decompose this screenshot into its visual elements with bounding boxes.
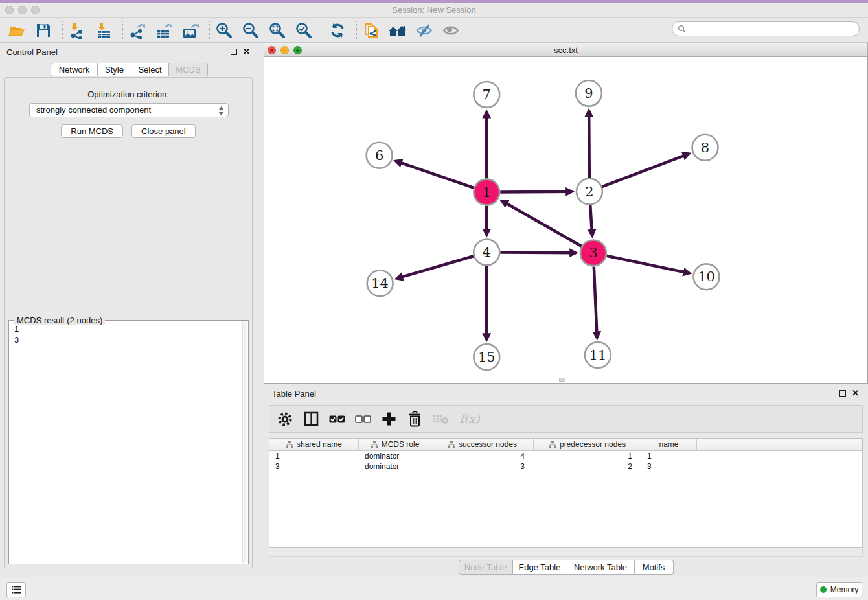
node-15[interactable]: 15 bbox=[474, 344, 499, 370]
run-mcds-button[interactable]: Run MCDS bbox=[61, 124, 123, 138]
optimization-criterion-select[interactable]: strongly connected component bbox=[29, 103, 229, 117]
cell[interactable]: 4 bbox=[431, 451, 534, 461]
column-label: shared name bbox=[297, 440, 342, 449]
canvas-resize-grip[interactable] bbox=[559, 378, 565, 382]
node-2[interactable]: 2 bbox=[577, 179, 602, 205]
memory-button[interactable]: Memory bbox=[816, 582, 862, 597]
edge-1-6[interactable] bbox=[396, 161, 474, 187]
edge-3-10[interactable] bbox=[606, 256, 689, 273]
import-table-icon bbox=[95, 22, 112, 39]
column-header-name[interactable]: name bbox=[641, 439, 697, 450]
export-table-button[interactable] bbox=[155, 21, 173, 40]
export-table-icon bbox=[155, 22, 173, 39]
application-window: Session: New Session Control Panel ✕ Net… bbox=[0, 0, 868, 600]
svg-text:3: 3 bbox=[589, 245, 597, 260]
table-hscrollbar[interactable] bbox=[269, 548, 863, 557]
edge-2-3[interactable] bbox=[590, 205, 592, 236]
show-columns-button[interactable] bbox=[303, 411, 319, 427]
node-7[interactable]: 7 bbox=[474, 82, 499, 108]
show-all-networks-button[interactable] bbox=[389, 21, 407, 40]
network-canvas[interactable]: 7968124314101511 bbox=[264, 57, 867, 383]
cell[interactable]: 3 bbox=[269, 461, 359, 472]
mcds-panel: Optimization criterion: strongly connect… bbox=[4, 77, 253, 568]
open-file-button[interactable] bbox=[8, 21, 26, 40]
cell[interactable]: 1 bbox=[641, 451, 697, 461]
column-label: successor nodes bbox=[459, 440, 517, 449]
node-3[interactable]: 3 bbox=[580, 240, 606, 266]
column-header-MCDS-role[interactable]: MCDS role bbox=[359, 439, 431, 450]
search-input[interactable] bbox=[686, 23, 859, 35]
node-9[interactable]: 9 bbox=[576, 80, 602, 106]
cell[interactable]: 3 bbox=[431, 461, 534, 472]
import-table-button[interactable] bbox=[95, 21, 113, 40]
node-6[interactable]: 6 bbox=[367, 143, 393, 168]
export-network-button[interactable] bbox=[128, 21, 146, 40]
tab-node-table[interactable]: Node Table bbox=[459, 560, 513, 575]
cell[interactable]: dominator bbox=[359, 451, 431, 461]
apply-layout-button[interactable] bbox=[328, 21, 347, 40]
search-field[interactable] bbox=[672, 21, 860, 36]
zoom-out-button[interactable] bbox=[242, 21, 260, 40]
node-14[interactable]: 14 bbox=[367, 270, 393, 296]
refresh-icon bbox=[329, 22, 346, 39]
edge-1-2[interactable] bbox=[500, 192, 572, 192]
node-11[interactable]: 11 bbox=[585, 342, 611, 368]
mcds-result-text[interactable]: 1 3 bbox=[10, 323, 242, 562]
zoom-selected-button[interactable] bbox=[295, 21, 313, 40]
table-tabs: Node TableEdge TableNetwork TableMotifs bbox=[264, 560, 868, 575]
mcds-result-scrollbar[interactable] bbox=[242, 321, 247, 563]
tab-mcds[interactable]: MCDS bbox=[169, 63, 208, 76]
network-window-titlebar[interactable]: ✕ − + scc.txt bbox=[264, 43, 867, 57]
float-panel-icon[interactable] bbox=[231, 49, 237, 55]
edge-3-11[interactable] bbox=[594, 266, 597, 338]
column-header-successor-nodes[interactable]: successor nodes bbox=[431, 439, 534, 450]
edge-3-1[interactable] bbox=[502, 201, 582, 246]
close-panel-icon[interactable]: ✕ bbox=[243, 49, 250, 55]
tab-style[interactable]: Style bbox=[98, 63, 131, 76]
edge-4-14[interactable] bbox=[396, 256, 474, 279]
deselect-all-button[interactable] bbox=[355, 411, 371, 427]
network-window-title: scc.txt bbox=[264, 45, 867, 55]
zoom-fit-button[interactable] bbox=[268, 21, 286, 40]
edge-2-9[interactable] bbox=[589, 111, 589, 178]
show-graphics-button[interactable] bbox=[442, 21, 460, 40]
cell[interactable]: 3 bbox=[641, 461, 697, 472]
export-image-button[interactable] bbox=[181, 21, 200, 40]
cell[interactable]: dominator bbox=[359, 461, 431, 472]
close-table-panel-icon[interactable]: ✕ bbox=[852, 390, 859, 397]
tab-motifs[interactable]: Motifs bbox=[635, 560, 674, 575]
delete-column-button[interactable] bbox=[407, 411, 422, 427]
node-4[interactable]: 4 bbox=[474, 239, 499, 265]
clone-network-button[interactable] bbox=[362, 21, 380, 40]
cell[interactable]: 2 bbox=[534, 461, 641, 472]
column-header-predecessor-nodes[interactable]: predecessor nodes bbox=[534, 439, 641, 450]
tab-edge-table[interactable]: Edge Table bbox=[513, 560, 567, 575]
columns-icon bbox=[304, 411, 319, 426]
task-history-button[interactable] bbox=[6, 582, 26, 597]
edge-2-8[interactable] bbox=[602, 154, 689, 187]
edge-4-3[interactable] bbox=[500, 252, 576, 253]
float-table-panel-icon[interactable] bbox=[839, 390, 846, 397]
create-column-button[interactable] bbox=[381, 411, 396, 427]
table-row[interactable]: 1dominator411 bbox=[269, 451, 862, 461]
control-panel-title: Control Panel bbox=[6, 47, 58, 57]
table-settings-button[interactable] bbox=[277, 411, 293, 427]
import-network-button[interactable] bbox=[68, 21, 86, 40]
tab-network[interactable]: Network bbox=[51, 63, 98, 76]
node-8[interactable]: 8 bbox=[692, 135, 718, 161]
close-panel-button[interactable]: Close panel bbox=[131, 124, 196, 138]
select-all-button[interactable] bbox=[329, 411, 345, 427]
cell[interactable]: 1 bbox=[269, 451, 359, 461]
table-row[interactable]: 3dominator323 bbox=[269, 461, 862, 472]
tab-network-table[interactable]: Network Table bbox=[567, 560, 635, 575]
tab-select[interactable]: Select bbox=[131, 63, 169, 76]
column-header-shared-name[interactable]: shared name bbox=[269, 439, 359, 450]
tree-icon bbox=[286, 441, 293, 448]
hide-graphics-button[interactable] bbox=[415, 21, 433, 40]
cell[interactable]: 1 bbox=[534, 451, 641, 461]
node-10[interactable]: 10 bbox=[694, 264, 720, 290]
save-session-button[interactable] bbox=[34, 21, 52, 40]
node-1[interactable]: 1 bbox=[474, 179, 499, 205]
toolbar-separator bbox=[323, 21, 323, 40]
zoom-in-button[interactable] bbox=[215, 21, 233, 40]
